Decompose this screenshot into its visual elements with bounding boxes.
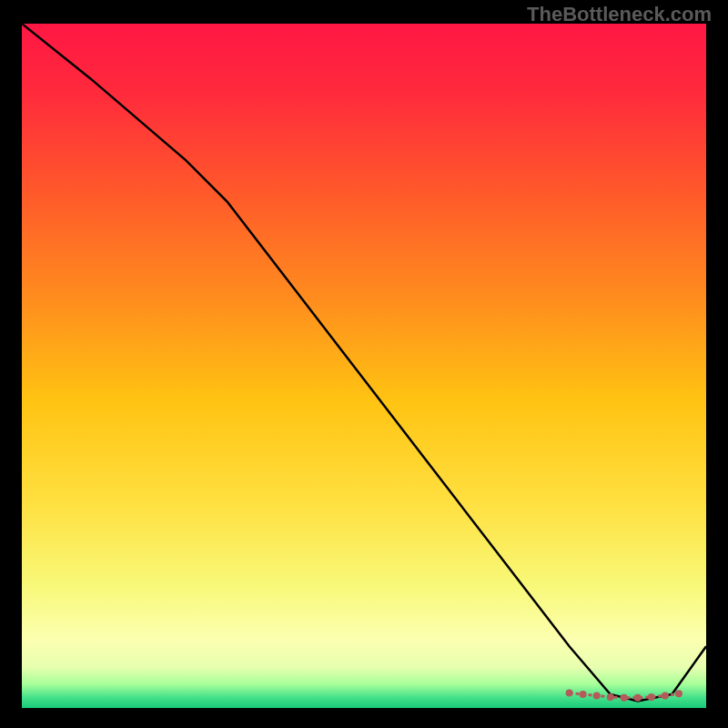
- gradient-background: [22, 24, 706, 708]
- data-marker: [634, 694, 642, 702]
- data-marker: [607, 693, 614, 701]
- chart-svg: [22, 24, 706, 708]
- data-marker: [675, 690, 682, 697]
- data-marker: [648, 693, 655, 701]
- data-marker: [662, 692, 669, 699]
- data-marker: [593, 692, 601, 699]
- watermark-text: TheBottleneck.com: [527, 3, 712, 26]
- data-marker: [580, 691, 587, 698]
- data-marker: [566, 689, 573, 696]
- data-marker: [621, 694, 628, 702]
- chart-plot-area: [22, 24, 706, 708]
